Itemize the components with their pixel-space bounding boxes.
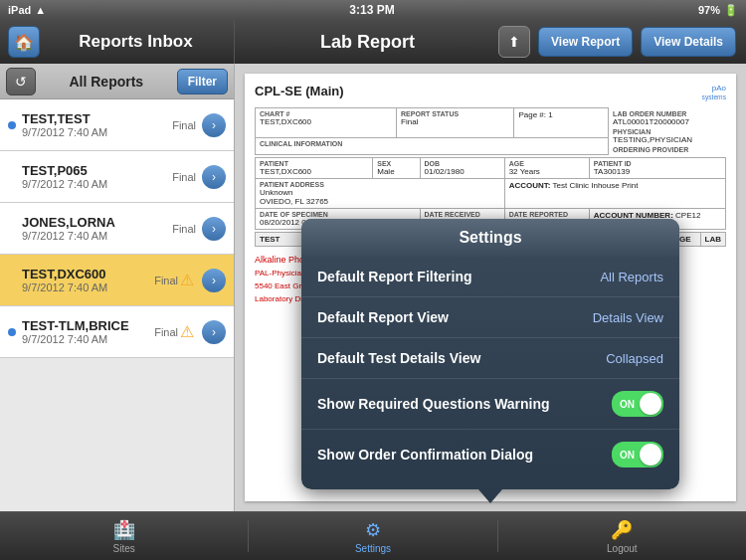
view-details-button[interactable]: View Details — [641, 27, 736, 57]
settings-label: Settings — [355, 543, 391, 554]
patient-list-item[interactable]: TEST-TLM,BRICE9/7/2012 7:40 AMFinal⚠› — [0, 306, 234, 358]
patient-name: TEST,DXC600 — [22, 267, 154, 281]
patient-arrow-button[interactable]: › — [202, 165, 226, 189]
content-header: Lab Report ⬆ View Report View Details — [235, 20, 746, 64]
bottom-tab-bar: 🏥Sites⚙Settings🔑Logout — [0, 511, 746, 560]
patient-list-item[interactable]: TEST,DXC6009/7/2012 7:40 AMFinal⚠› — [0, 255, 234, 306]
dialog-arrow — [478, 489, 502, 503]
patient-right-side: Final — [172, 171, 196, 183]
patient-status: Final — [154, 275, 178, 286]
settings-dialog-container: Settings Default Report FilteringAll Rep… — [301, 219, 679, 489]
warning-icon: ⚠ — [180, 271, 194, 289]
home-button[interactable]: 🏠 — [8, 26, 40, 58]
sites-icon: 🏥 — [113, 519, 135, 541]
patient-arrow-button[interactable]: › — [202, 320, 226, 344]
patient-right-side: Final⚠ — [154, 271, 196, 289]
settings-row-value: Details View — [593, 310, 663, 325]
toggle-label: ON — [620, 399, 635, 410]
sidebar-header: 🏠 Reports Inbox — [0, 20, 235, 64]
patient-dot — [8, 121, 16, 129]
patient-status: Final — [172, 119, 196, 131]
tab-item-sites[interactable]: 🏥Sites — [0, 512, 248, 560]
patient-date: 9/7/2012 7:40 AM — [22, 281, 154, 293]
settings-dialog-header: Settings — [301, 219, 679, 257]
patient-date: 9/7/2012 7:40 AM — [22, 230, 172, 242]
sidebar-title: Reports Inbox — [46, 32, 226, 52]
patient-list-item[interactable]: JONES,LORNA9/7/2012 7:40 AMFinal› — [0, 203, 234, 255]
patient-date: 9/7/2012 7:40 AM — [22, 333, 154, 345]
sidebar: ↺ All Reports Filter TEST,TEST9/7/2012 7… — [0, 64, 235, 511]
patient-arrow-button[interactable]: › — [202, 113, 226, 137]
carrier-label: iPad — [8, 4, 31, 16]
settings-row-label: Show Required Questions Warning — [317, 396, 550, 412]
wifi-icon: ▲ — [35, 4, 46, 16]
patient-name: JONES,LORNA — [22, 215, 172, 230]
tab-item-logout[interactable]: 🔑Logout — [498, 512, 746, 560]
filter-button[interactable]: Filter — [177, 69, 228, 94]
settings-row[interactable]: Show Required Questions WarningON — [301, 379, 679, 430]
settings-row-label: Default Report Filtering — [317, 269, 472, 284]
patient-date: 9/7/2012 7:40 AM — [22, 178, 172, 190]
settings-overlay: Settings Default Report FilteringAll Rep… — [235, 64, 746, 511]
settings-row-value: Collapsed — [606, 351, 663, 366]
settings-toggle[interactable]: ON — [612, 442, 663, 467]
logout-icon: 🔑 — [611, 519, 633, 541]
settings-row[interactable]: Show Order Confirmation DialogON — [301, 430, 679, 479]
patient-arrow-button[interactable]: › — [202, 217, 226, 241]
patient-arrow-button[interactable]: › — [202, 269, 226, 292]
settings-row-label: Default Report View — [317, 309, 449, 325]
patient-list: TEST,TEST9/7/2012 7:40 AMFinal›TEST,P065… — [0, 99, 234, 511]
settings-row: Default Report ViewDetails View — [301, 297, 679, 338]
sidebar-toolbar: ↺ All Reports Filter — [0, 64, 234, 99]
patient-info: JONES,LORNA9/7/2012 7:40 AM — [22, 215, 172, 242]
settings-row: Default Test Details ViewCollapsed — [301, 338, 679, 379]
patient-status: Final — [172, 223, 196, 235]
settings-rows: Default Report FilteringAll ReportsDefau… — [301, 257, 679, 479]
patient-info: TEST,P0659/7/2012 7:40 AM — [22, 163, 172, 190]
patient-status: Final — [172, 171, 196, 183]
settings-row-label: Default Test Details View — [317, 350, 480, 366]
patient-right-side: Final — [172, 119, 196, 131]
settings-dialog: Settings Default Report FilteringAll Rep… — [301, 219, 679, 503]
patient-dot — [8, 328, 16, 336]
patient-dot — [8, 225, 16, 233]
patient-info: TEST-TLM,BRICE9/7/2012 7:40 AM — [22, 318, 154, 345]
view-report-button[interactable]: View Report — [538, 27, 633, 57]
patient-right-side: Final⚠ — [154, 322, 196, 341]
share-button[interactable]: ⬆ — [498, 26, 530, 58]
all-reports-label: All Reports — [42, 74, 171, 90]
patient-name: TEST,P065 — [22, 163, 172, 178]
logout-label: Logout — [607, 543, 638, 554]
settings-toggle[interactable]: ON — [612, 391, 663, 417]
status-right: 97% 🔋 — [698, 4, 738, 17]
battery-icon: 🔋 — [724, 4, 738, 17]
tab-item-settings[interactable]: ⚙Settings — [249, 512, 496, 560]
settings-title: Settings — [311, 229, 669, 247]
status-bar: iPad ▲ 3:13 PM 97% 🔋 — [0, 0, 746, 20]
time-display: 3:13 PM — [349, 3, 394, 17]
patient-date: 9/7/2012 7:40 AM — [22, 126, 172, 138]
battery-label: 97% — [698, 4, 720, 16]
patient-name: TEST-TLM,BRICE — [22, 318, 154, 333]
settings-row-label: Show Order Confirmation Dialog — [317, 447, 533, 463]
warning-icon: ⚠ — [180, 322, 194, 341]
patient-right-side: Final — [172, 223, 196, 235]
settings-icon: ⚙ — [365, 519, 381, 541]
patient-list-item[interactable]: TEST,TEST9/7/2012 7:40 AMFinal› — [0, 99, 234, 151]
patient-status: Final — [154, 326, 178, 338]
tab-items: 🏥Sites⚙Settings🔑Logout — [0, 512, 746, 560]
refresh-button[interactable]: ↺ — [6, 68, 36, 95]
patient-name: TEST,TEST — [22, 111, 172, 126]
toggle-knob — [640, 444, 661, 466]
patient-dot — [8, 277, 16, 284]
patient-dot — [8, 173, 16, 181]
toggle-knob — [640, 393, 661, 415]
settings-row-value: All Reports — [600, 270, 663, 284]
patient-list-item[interactable]: TEST,P0659/7/2012 7:40 AMFinal› — [0, 151, 234, 203]
patient-info: TEST,TEST9/7/2012 7:40 AM — [22, 111, 172, 138]
settings-row: Default Report FilteringAll Reports — [301, 257, 679, 297]
patient-info: TEST,DXC6009/7/2012 7:40 AM — [22, 267, 154, 293]
content-title: Lab Report — [245, 32, 490, 53]
top-nav: 🏠 Reports Inbox Lab Report ⬆ View Report… — [0, 20, 746, 64]
status-left: iPad ▲ — [8, 4, 46, 16]
